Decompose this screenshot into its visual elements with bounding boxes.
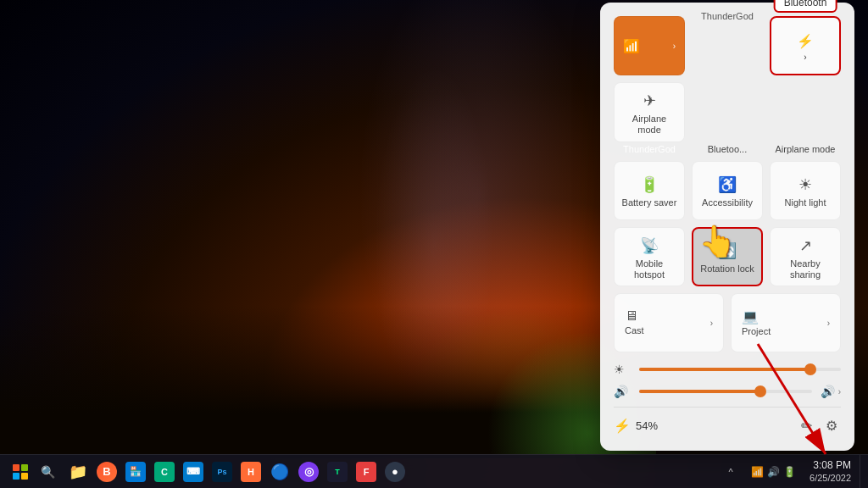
volume-track[interactable] <box>639 390 812 393</box>
project-tile[interactable]: 💻 Project › <box>731 293 841 352</box>
airplane-mode-tile[interactable]: ✈ Airplane mode <box>614 82 685 141</box>
airplane-bottom-label: Airplane mode <box>770 144 841 154</box>
app-h-icon: H <box>241 462 261 482</box>
qs-row-2: 🔋 Battery saver ♿ Accessibility ☀ Night … <box>614 161 841 220</box>
qs-row-4: 🖥 Cast › 💻 Project › <box>614 293 841 352</box>
hotspot-label: Mobile hotspot <box>621 258 677 280</box>
terminal-icon: T <box>327 462 348 482</box>
night-light-tile[interactable]: ☀ Night light <box>770 161 841 220</box>
project-icon: 💻 <box>742 308 759 324</box>
taskbar-file-explorer[interactable]: 📁 <box>64 458 92 485</box>
quick-settings-panel: 📶 › ThunderGod Bluetooth ⚡ › ✈ Airplane … <box>600 3 854 451</box>
cast-chevron-icon: › <box>710 319 713 328</box>
volume-tray-icon: 🔊 <box>767 466 780 478</box>
windows-icon-pane-1 <box>13 464 19 471</box>
rotation-lock-tile[interactable]: 🔄 Rotation lock <box>692 227 763 286</box>
brightness-icon: ☀ <box>614 363 631 376</box>
volume-right-controls: 🔊 › <box>821 385 841 398</box>
system-tray[interactable]: 📶 🔊 🔋 <box>746 455 801 489</box>
clock-date: 6/25/2022 <box>810 472 851 484</box>
search-taskbar-icon: 🔍 <box>41 465 55 479</box>
app-f-icon: F <box>356 462 376 482</box>
taskbar-cursor-app[interactable]: C <box>151 458 178 485</box>
qs-row-1: 📶 › ThunderGod Bluetooth ⚡ › ✈ Airplane … <box>614 16 841 141</box>
battery-tray-icon: 🔋 <box>783 466 796 478</box>
nearby-sharing-icon: ↗ <box>799 236 812 255</box>
taskbar-vscode[interactable]: ⌨ <box>180 458 207 485</box>
cast-tile[interactable]: 🖥 Cast › <box>614 293 724 352</box>
wifi-tray-icon: 📶 <box>751 466 764 478</box>
accessibility-icon: ♿ <box>718 175 737 194</box>
qs-row-3: 📡 Mobile hotspot 🔄 Rotation lock ↗ Nearb… <box>614 227 841 286</box>
bluetooth-tile-wrapper: Bluetooth ⚡ › <box>770 16 841 75</box>
brightness-thumb[interactable] <box>804 363 816 375</box>
battery-saver-label: Battery saver <box>622 197 677 208</box>
brightness-track[interactable] <box>639 368 841 371</box>
start-button[interactable] <box>7 458 34 485</box>
taskbar-photoshop[interactable]: Ps <box>209 458 236 485</box>
volume-fill <box>639 390 760 393</box>
show-desktop-button[interactable] <box>860 455 865 489</box>
rotation-lock-label: Rotation lock <box>700 263 754 274</box>
bluetooth-bottom-label: Bluetoo... <box>692 144 763 154</box>
search-taskbar-button[interactable]: 🔍 <box>34 458 61 485</box>
battery-charging-icon: ⚡ <box>614 418 631 434</box>
volume-slider-row: 🔊 🔊 › <box>614 385 841 398</box>
bluetooth-tooltip: Bluetooth <box>774 0 837 13</box>
taskbar-app-f[interactable]: F <box>353 458 380 485</box>
windows-icon-pane-4 <box>21 473 28 480</box>
wifi-icon: 📶 <box>623 38 640 54</box>
taskbar-right: ^ 📶 🔊 🔋 3:08 PM 6/25/2022 <box>717 455 868 489</box>
battery-status-row: ⚡ 54% <box>614 418 658 434</box>
windows-icon-pane-2 <box>21 464 28 471</box>
wifi-chevron-icon: › <box>673 42 676 51</box>
photoshop-icon: Ps <box>212 462 232 482</box>
nearby-sharing-tile[interactable]: ↗ Nearby sharing <box>770 227 841 286</box>
hotspot-icon: 📡 <box>640 236 659 255</box>
accessibility-tile[interactable]: ♿ Accessibility <box>692 161 763 220</box>
rotation-lock-icon: 🔄 <box>718 241 737 260</box>
windows-icon <box>13 464 28 480</box>
wifi-label: ThunderGod <box>692 11 763 75</box>
cursor-app-icon: C <box>154 462 175 482</box>
volume-chevron-icon: › <box>838 387 841 396</box>
wifi-tile[interactable]: 📶 › <box>614 16 685 75</box>
night-light-icon: ☀ <box>798 175 812 194</box>
clock[interactable]: 3:08 PM 6/25/2022 <box>803 455 858 489</box>
taskbar: 🔍 📁 B 🏪 C ⌨ Ps H 🔵 ◎ <box>0 454 868 488</box>
nearby-sharing-label: Nearby sharing <box>777 258 833 280</box>
brave-icon: B <box>97 462 117 482</box>
taskbar-chrome[interactable]: 🔵 <box>266 458 293 485</box>
brightness-slider-row: ☀ <box>614 363 841 376</box>
volume-icon: 🔊 <box>614 385 631 398</box>
settings-icon[interactable]: ⚙ <box>822 414 841 437</box>
file-explorer-icon: 📁 <box>69 463 87 481</box>
project-chevron-icon: › <box>827 319 830 328</box>
vscode-icon: ⌨ <box>183 462 203 482</box>
battery-saver-tile[interactable]: 🔋 Battery saver <box>614 161 685 220</box>
qs-bottom-bar: ⚡ 54% ✏ ⚙ <box>614 407 841 437</box>
store-icon: 🏪 <box>125 462 146 482</box>
windows-icon-pane-3 <box>13 473 19 480</box>
app-dot-icon: ● <box>385 462 405 482</box>
app-circle-icon: ◎ <box>298 462 319 482</box>
volume-thumb[interactable] <box>754 385 766 397</box>
taskbar-app-dot[interactable]: ● <box>381 458 409 485</box>
show-hidden-icon: ^ <box>725 467 736 477</box>
battery-percentage: 54% <box>636 419 658 432</box>
taskbar-brave[interactable]: B <box>93 458 120 485</box>
taskbar-terminal[interactable]: T <box>324 458 351 485</box>
taskbar-app-circle[interactable]: ◎ <box>295 458 322 485</box>
airplane-icon: ✈ <box>643 92 656 110</box>
taskbar-app-h[interactable]: H <box>237 458 264 485</box>
accessibility-label: Accessibility <box>702 197 753 208</box>
qs-row-1-labels: ThunderGod Bluetoo... Airplane mode <box>614 144 841 154</box>
taskbar-windows-store[interactable]: 🏪 <box>122 458 149 485</box>
bluetooth-tile[interactable]: ⚡ › <box>770 16 841 75</box>
clock-time: 3:08 PM <box>813 459 851 473</box>
airplane-label: Airplane mode <box>621 114 677 136</box>
mobile-hotspot-tile[interactable]: 📡 Mobile hotspot <box>614 227 685 286</box>
show-hidden-icons-button[interactable]: ^ <box>717 458 744 485</box>
bluetooth-icon: ⚡ <box>797 33 814 49</box>
edit-icon[interactable]: ✏ <box>798 414 815 437</box>
